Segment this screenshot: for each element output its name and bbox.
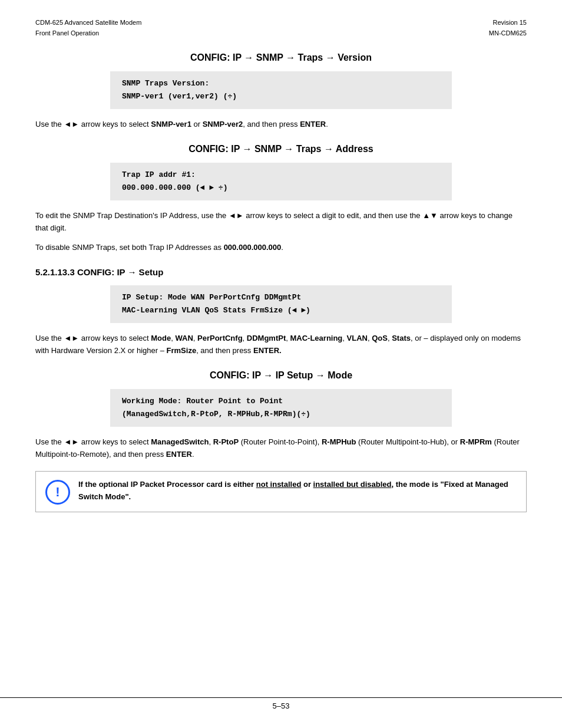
- page-header: CDM-625 Advanced Satellite Modem Front P…: [35, 18, 527, 38]
- section2-body2: To disable SNMP Traps, set both Trap IP …: [35, 242, 527, 254]
- header-title-line2: Front Panel Operation: [35, 28, 141, 39]
- section-ip-setup-heading: 5.2.1.13.3 CONFIG: IP → Setup: [35, 267, 527, 277]
- section-ip-setup-mode-heading: CONFIG: IP → IP Setup → Mode: [35, 370, 527, 381]
- section-ip-setup-mode: CONFIG: IP → IP Setup → Mode Working Mod…: [35, 370, 527, 513]
- section4-body: Use the ◄► arrow keys to select ManagedS…: [35, 436, 527, 461]
- header-left: CDM-625 Advanced Satellite Modem Front P…: [35, 18, 141, 38]
- note-text-part1: If the optional IP Packet Processor card…: [78, 480, 256, 489]
- header-doc-num: MN-CDM625: [489, 28, 527, 39]
- section1-code-line1: SNMP Traps Version:: [122, 77, 440, 90]
- section2-code-block: Trap IP addr #1: 000.000.000.000 (◄ ► ÷): [110, 163, 452, 200]
- section-snmp-traps-version: CONFIG: IP → SNMP → Traps → Version SNMP…: [35, 52, 527, 131]
- header-right: Revision 15 MN-CDM625: [489, 18, 527, 38]
- page-wrapper: CDM-625 Advanced Satellite Modem Front P…: [0, 0, 562, 728]
- section1-code-line2: SNMP-ver1 (ver1,ver2) (÷): [122, 90, 440, 103]
- note-icon-symbol: !: [55, 485, 59, 500]
- section4-code-line2: (ManagedSwitch,R-PtoP, R-MPHub,R-MPRm)(÷…: [122, 408, 440, 421]
- section-snmp-traps-address: CONFIG: IP → SNMP → Traps → Address Trap…: [35, 144, 527, 254]
- note-box: ! If the optional IP Packet Processor ca…: [35, 471, 527, 512]
- note-underline2: installed but disabled: [313, 480, 392, 489]
- note-text-part2: or: [301, 480, 313, 489]
- note-icon: !: [45, 480, 70, 505]
- section1-body: Use the ◄► arrow keys to select SNMP-ver…: [35, 118, 527, 131]
- section4-code-block: Working Mode: Router Point to Point (Man…: [110, 389, 452, 427]
- page-footer: 5–53: [0, 697, 562, 710]
- section3-code-line1: IP Setup: Mode WAN PerPortCnfg DDMgmtPt: [122, 291, 440, 304]
- section1-code-block: SNMP Traps Version: SNMP-ver1 (ver1,ver2…: [110, 71, 452, 109]
- section-snmp-traps-address-heading: CONFIG: IP → SNMP → Traps → Address: [35, 144, 527, 154]
- section2-code-line2: 000.000.000.000 (◄ ► ÷): [122, 182, 440, 195]
- page-number: 5–53: [273, 701, 290, 710]
- section3-code-block: IP Setup: Mode WAN PerPortCnfg DDMgmtPt …: [110, 285, 452, 323]
- section-snmp-traps-version-heading: CONFIG: IP → SNMP → Traps → Version: [35, 52, 527, 63]
- note-underline1: not installed: [256, 480, 302, 489]
- section2-code-line1: Trap IP addr #1:: [122, 169, 440, 182]
- section3-code-line2: MAC-Learning VLAN QoS Stats FrmSize (◄ ►…: [122, 304, 440, 317]
- note-text: If the optional IP Packet Processor card…: [78, 479, 517, 503]
- section3-body: Use the ◄► arrow keys to select Mode, WA…: [35, 332, 527, 357]
- header-revision: Revision 15: [489, 18, 527, 28]
- section4-code-line1: Working Mode: Router Point to Point: [122, 395, 440, 408]
- section-ip-setup: 5.2.1.13.3 CONFIG: IP → Setup IP Setup: …: [35, 267, 527, 357]
- header-title-line1: CDM-625 Advanced Satellite Modem: [35, 18, 141, 28]
- section2-body1: To edit the SNMP Trap Destination's IP A…: [35, 210, 527, 235]
